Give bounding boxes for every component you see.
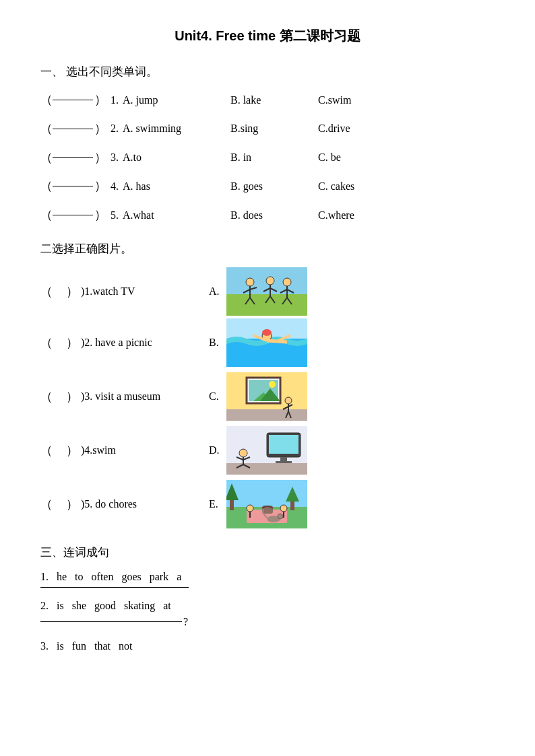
choice-a: A.what xyxy=(123,207,230,224)
pic-row-4: （ ） )4.swim D. xyxy=(40,426,495,475)
word-fun: fun xyxy=(72,640,86,652)
pic-row-3: （ ） )3. visit a museum C. xyxy=(40,372,495,421)
bracket-open: （ xyxy=(40,205,51,225)
pic-item-label-1: )1.watch TV xyxy=(81,285,209,298)
vocab-row-2: （ ） 2. A. swimming B.sing C.drive xyxy=(40,119,495,139)
word-to: to xyxy=(75,571,83,583)
answer-blank[interactable] xyxy=(53,157,93,158)
svg-point-35 xyxy=(269,381,276,388)
word-is-2: is xyxy=(57,600,64,612)
svg-point-68 xyxy=(278,514,283,519)
section2: 二选择正确图片。 （ ） )1.watch TV A. xyxy=(40,241,495,528)
bracket-close: ） xyxy=(94,119,106,139)
answer-blank[interactable] xyxy=(53,100,93,100)
svg-point-24 xyxy=(262,329,272,336)
choice-b: B. goes xyxy=(230,178,318,195)
bracket-close: ） xyxy=(66,283,78,300)
item-num: 4. xyxy=(111,178,119,195)
bracket-open: （ xyxy=(40,148,51,168)
bracket-close: ） xyxy=(94,90,106,110)
section1: 一、 选出不同类单词。 （ ） 1. A. jump B. lake C.swi… xyxy=(40,64,495,225)
sentence-item-3: 3. is fun that not xyxy=(40,640,495,652)
illustration-a xyxy=(226,267,307,316)
section3-header: 三、连词成句 xyxy=(40,545,495,560)
svg-point-65 xyxy=(280,505,287,512)
answer-line-1 xyxy=(40,587,495,588)
bracket-open: （ xyxy=(40,119,51,139)
choice-a: A. swimming xyxy=(123,120,230,137)
pic-letter-b: B. xyxy=(209,337,226,349)
choice-b: B.sing xyxy=(230,120,318,137)
section1-header: 一、 选出不同类单词。 xyxy=(40,64,495,79)
bracket-open: （ xyxy=(40,442,53,458)
choice-a: A. has xyxy=(123,178,230,195)
section2-header: 二选择正确图片。 xyxy=(40,241,495,256)
bracket-open: （ xyxy=(40,90,51,110)
svg-rect-46 xyxy=(280,457,287,461)
bracket-open: （ xyxy=(40,496,53,512)
word-goes: goes xyxy=(121,571,141,583)
word-num-2: 2. xyxy=(40,600,49,612)
svg-rect-2 xyxy=(226,294,307,316)
pic-letter-c: C. xyxy=(209,390,226,403)
word-park: park xyxy=(150,571,168,583)
svg-rect-45 xyxy=(269,435,298,454)
svg-point-15 xyxy=(283,278,291,286)
svg-point-9 xyxy=(266,277,274,285)
sentence-words-3: 3. is fun that not xyxy=(40,640,495,652)
item-num: 3. xyxy=(111,149,119,166)
answer-line-2: ? xyxy=(40,616,495,628)
bracket-open: （ xyxy=(40,388,53,405)
bracket-open: （ xyxy=(40,335,53,351)
pic-row-5: （ ） )5. do chores E. xyxy=(40,480,495,528)
sentence-item-2: 2. is she good skating at ? xyxy=(40,600,495,628)
bracket-close: ） xyxy=(66,388,78,405)
word-at: at xyxy=(163,600,171,612)
answer-blank[interactable] xyxy=(53,215,93,215)
choice-a: A.to xyxy=(123,149,230,166)
choice-a: A. jump xyxy=(123,92,230,109)
answer-blank[interactable] xyxy=(53,186,93,186)
bracket-close: ） xyxy=(66,335,78,351)
sentence-words-2: 2. is she good skating at xyxy=(40,600,495,612)
pic-letter-a: A. xyxy=(209,285,226,298)
bracket-close: ） xyxy=(94,176,106,196)
svg-rect-30 xyxy=(226,409,307,421)
sentence-item-1: 1. he to often goes park a xyxy=(40,571,495,588)
item-num: 5. xyxy=(111,207,119,224)
bracket-close: ） xyxy=(66,442,78,458)
bracket-close: ） xyxy=(94,205,106,225)
svg-point-48 xyxy=(239,449,247,457)
choice-c: C. cakes xyxy=(318,178,354,195)
pic-item-label-4: )4.swim xyxy=(81,444,209,456)
svg-rect-43 xyxy=(226,463,307,475)
word-skating: skating xyxy=(124,600,155,612)
word-not: not xyxy=(119,640,132,652)
suffix-question: ? xyxy=(183,616,188,628)
bracket-open: （ xyxy=(40,176,51,196)
choice-c: C.drive xyxy=(318,120,350,137)
pic-item-label-3: )3. visit a museum xyxy=(81,390,209,403)
word-often: often xyxy=(92,571,114,583)
choice-b: B. does xyxy=(230,207,318,224)
word-num-3: 3. xyxy=(40,640,49,652)
section3: 三、连词成句 1. he to often goes park a 2. is … xyxy=(40,545,495,652)
page-title: Unit4. Free time 第二课时习题 xyxy=(40,27,495,45)
sentence-answer-line-1[interactable] xyxy=(40,587,189,588)
item-num: 1. xyxy=(111,92,119,109)
illustration-e xyxy=(226,480,307,528)
choice-c: C. be xyxy=(318,149,341,166)
bracket-close: ） xyxy=(94,148,106,168)
vocab-row-5: （ ） 5. A.what B. does C.where xyxy=(40,205,495,225)
pic-item-label-5: )5. do chores xyxy=(81,498,209,510)
bracket-open: （ xyxy=(40,283,53,300)
word-num-1: 1. xyxy=(40,571,49,583)
sentence-answer-line-2[interactable] xyxy=(40,621,182,622)
illustration-b xyxy=(226,318,307,367)
vocab-row-1: （ ） 1. A. jump B. lake C.swim xyxy=(40,90,495,110)
word-is-3: is xyxy=(57,640,64,652)
item-num: 2. xyxy=(111,120,119,137)
choice-c: C.swim xyxy=(318,92,351,109)
answer-blank[interactable] xyxy=(53,129,93,129)
illustration-d xyxy=(226,426,307,475)
